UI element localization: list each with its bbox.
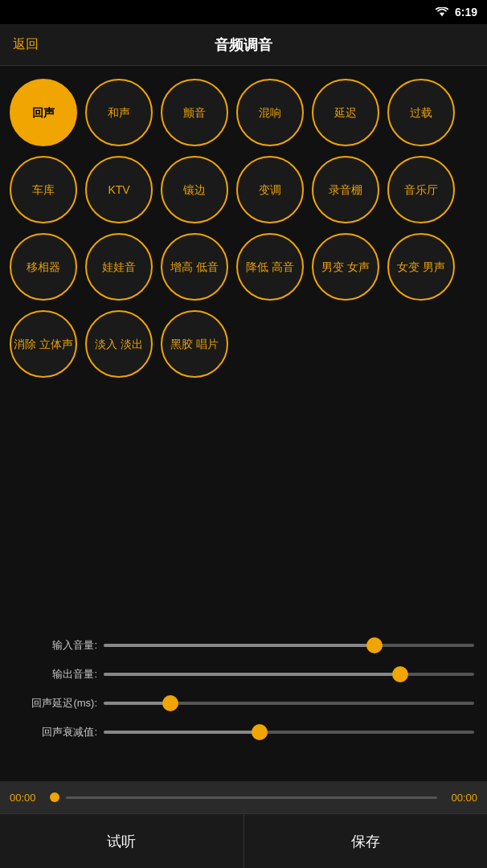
slider-fill-2 — [104, 702, 170, 705]
effects-row-0: 回声和声颤音混响延迟过载 — [10, 79, 477, 146]
slider-track-container-2[interactable] — [104, 702, 474, 705]
progress-dot[interactable] — [50, 792, 59, 802]
page-title: 音频调音 — [61, 35, 426, 55]
effect-btn-3-0[interactable]: 消除 立体声 — [10, 310, 77, 378]
slider-track-container-3[interactable] — [104, 731, 474, 734]
effect-btn-2-4[interactable]: 男变 女声 — [312, 233, 379, 301]
slider-track-1 — [104, 673, 474, 676]
time-end: 00:00 — [444, 792, 477, 804]
sliders-area: 输入音量:输出音量:回声延迟(ms):回声衰减值: — [0, 638, 487, 764]
slider-thumb-2[interactable] — [162, 695, 178, 711]
status-bar: 6:19 — [0, 0, 487, 24]
slider-track-container-1[interactable] — [104, 673, 474, 676]
bottom-bar: 试听 保存 — [0, 813, 487, 868]
effect-btn-1-3[interactable]: 变调 — [236, 156, 304, 223]
effect-btn-1-1[interactable]: KTV — [85, 156, 153, 223]
slider-track-0 — [104, 644, 474, 647]
slider-row-1: 输出音量: — [13, 667, 474, 682]
effect-btn-0-3[interactable]: 混响 — [236, 79, 304, 146]
effect-btn-2-0[interactable]: 移相器 — [10, 233, 77, 301]
status-time: 6:19 — [455, 6, 477, 18]
effect-btn-2-2[interactable]: 增高 低音 — [161, 233, 228, 301]
slider-thumb-1[interactable] — [392, 666, 408, 682]
slider-thumb-3[interactable] — [252, 724, 268, 740]
slider-label-2: 回声延迟(ms): — [13, 696, 97, 710]
listen-button[interactable]: 试听 — [0, 814, 244, 868]
effects-container: 回声和声颤音混响延迟过载车库KTV镶边变调录音棚音乐厅移相器娃娃音增高 低音降低… — [0, 66, 487, 394]
effect-btn-3-2[interactable]: 黑胶 唱片 — [161, 310, 228, 378]
effect-btn-1-0[interactable]: 车库 — [10, 156, 77, 223]
effect-btn-0-0[interactable]: 回声 — [10, 79, 77, 146]
slider-fill-3 — [104, 731, 260, 734]
effect-btn-1-4[interactable]: 录音棚 — [312, 156, 379, 223]
slider-row-3: 回声衰减值: — [13, 725, 474, 739]
effect-btn-0-2[interactable]: 颤音 — [161, 79, 228, 146]
slider-track-2 — [104, 702, 474, 705]
effects-row-1: 车库KTV镶边变调录音棚音乐厅 — [10, 156, 477, 223]
effect-btn-1-5[interactable]: 音乐厅 — [387, 156, 455, 223]
svg-marker-0 — [440, 13, 444, 17]
effect-btn-0-4[interactable]: 延迟 — [312, 79, 379, 146]
effects-row-3: 消除 立体声淡入 淡出黑胶 唱片 — [10, 310, 477, 378]
effect-btn-0-1[interactable]: 和声 — [85, 79, 153, 146]
effect-btn-1-2[interactable]: 镶边 — [161, 156, 228, 223]
slider-fill-1 — [104, 673, 400, 676]
effect-btn-0-5[interactable]: 过载 — [387, 79, 455, 146]
slider-track-3 — [104, 731, 474, 734]
effect-btn-2-1[interactable]: 娃娃音 — [85, 233, 153, 301]
slider-label-0: 输入音量: — [13, 638, 97, 653]
slider-track-container-0[interactable] — [104, 644, 474, 647]
time-start: 00:00 — [10, 792, 43, 804]
progress-bar-area: 00:00 00:00 — [0, 781, 487, 813]
effect-btn-2-3[interactable]: 降低 高音 — [236, 233, 304, 301]
slider-label-1: 输出音量: — [13, 667, 97, 682]
slider-label-3: 回声衰减值: — [13, 725, 97, 739]
wifi-icon — [436, 7, 448, 17]
top-bar: 返回 音频调音 — [0, 24, 487, 66]
save-button[interactable]: 保存 — [244, 814, 488, 868]
slider-fill-0 — [104, 644, 374, 647]
effect-btn-2-5[interactable]: 女变 男声 — [387, 233, 455, 301]
progress-track[interactable] — [66, 796, 437, 799]
effect-btn-3-1[interactable]: 淡入 淡出 — [85, 310, 153, 378]
back-button[interactable]: 返回 — [13, 36, 61, 53]
slider-row-0: 输入音量: — [13, 638, 474, 653]
effects-row-2: 移相器娃娃音增高 低音降低 高音男变 女声女变 男声 — [10, 233, 477, 301]
slider-row-2: 回声延迟(ms): — [13, 696, 474, 710]
slider-thumb-0[interactable] — [366, 637, 383, 653]
